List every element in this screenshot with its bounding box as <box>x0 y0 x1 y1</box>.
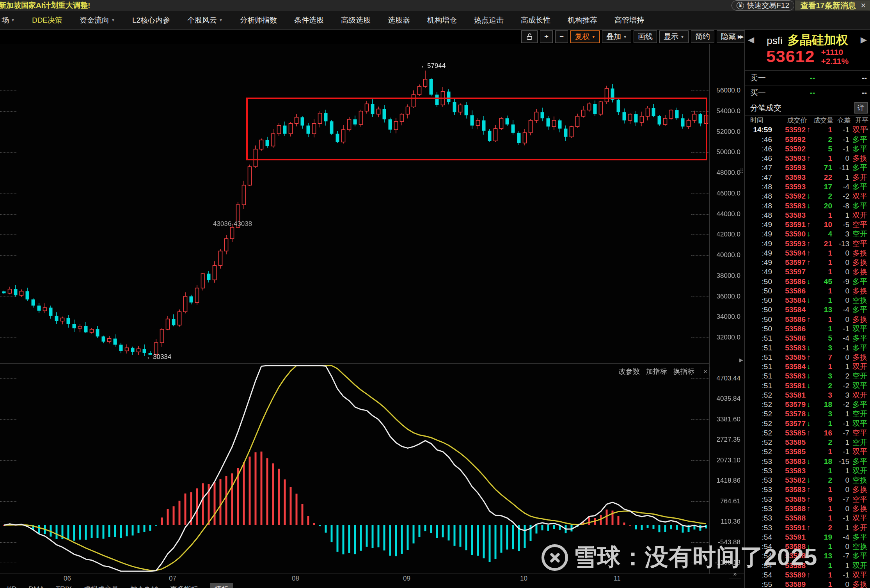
tick-trade-row[interactable]: 14:5953592↑1-1双平 <box>745 125 870 135</box>
trade-openclose-flag: 双平 <box>849 192 867 201</box>
tick-trade-row[interactable]: :5353591↑21多开 <box>745 523 870 532</box>
tick-trade-row[interactable]: :5053586↓45-9多平 <box>745 277 870 286</box>
menu-item-热点追击[interactable]: 热点追击 <box>474 15 504 25</box>
menu-item-条件选股[interactable]: 条件选股 <box>294 15 324 25</box>
tick-trade-row[interactable]: :50535861-1双平 <box>745 324 870 334</box>
tick-trade-row[interactable]: :5153584↓11双开 <box>745 362 870 371</box>
menu-item-DDE决策[interactable]: DDE决策 <box>32 15 62 25</box>
tick-trade-row[interactable]: :5153583↓32空开 <box>745 371 870 381</box>
tick-trade-row[interactable]: :5353583↓18-15多平 <box>745 457 870 466</box>
toolbar-button-简约[interactable]: 简约 <box>691 30 714 43</box>
unlock-button[interactable] <box>521 30 538 43</box>
tab-模板[interactable]: 模板 <box>210 583 233 588</box>
pane-divider[interactable] <box>0 363 709 364</box>
candlestick-canvas[interactable] <box>0 44 709 363</box>
tab-更多指标[interactable]: 更多指标 <box>170 584 198 588</box>
indicator-menu-换指标[interactable]: 换指标 <box>673 367 694 376</box>
menu-item-个股风云[interactable]: 个股风云▼ <box>187 15 223 25</box>
tick-trade-row[interactable]: :52535851-1双平 <box>745 447 870 457</box>
close-icon[interactable]: ✕ <box>861 2 866 10</box>
menu-item-L2核心内参[interactable]: L2核心内参 <box>132 15 170 25</box>
gridline-stub <box>0 91 17 91</box>
news-headline[interactable]: 新加坡国家AI计划重大调整! <box>0 0 90 11</box>
tab-DMA[interactable]: DMA <box>28 585 44 588</box>
tick-trade-row[interactable]: :525358133双开 <box>745 391 870 400</box>
tick-trade-row[interactable]: :4953591↑10-5空平 <box>745 220 870 229</box>
menu-item-资金流向[interactable]: 资金流向▼ <box>80 15 115 25</box>
indicator-axis-label: 3381.60 <box>711 416 740 423</box>
tick-trade-row[interactable]: :5253585↑16-7空平 <box>745 428 870 438</box>
tab-KD[interactable]: KD <box>7 585 17 588</box>
panel-collapse-handle[interactable]: ▶ <box>739 357 743 363</box>
toolbar-button-+[interactable]: + <box>540 30 553 43</box>
notification-text[interactable]: 查看17条新消息 <box>801 0 856 11</box>
menu-item-场[interactable]: 场▼ <box>2 15 15 25</box>
price-axis-label: 32000.0 <box>711 334 740 341</box>
tick-trade-row[interactable]: :4953593↑21-13空平 <box>745 239 870 248</box>
column-header: 成交价 <box>774 116 807 125</box>
tick-trade-row[interactable]: :505358610多换 <box>745 286 870 296</box>
menu-item-机构推荐[interactable]: 机构推荐 <box>568 15 597 25</box>
tick-trade-row[interactable]: :5353583↑10多换 <box>745 485 870 494</box>
tick-trade-row[interactable]: :5353582↓20空换 <box>745 476 870 485</box>
tab-TRIX[interactable]: TRIX <box>56 585 72 588</box>
tick-trade-row[interactable]: :5353585↑9-7空平 <box>745 495 870 504</box>
toolbar-button-显示[interactable]: 显示▼ <box>659 30 689 43</box>
tab-神奇九转[interactable]: 神奇九转 <box>130 584 158 588</box>
detail-button[interactable]: 详 <box>854 102 868 114</box>
menu-item-高级选股[interactable]: 高级选股 <box>341 15 371 25</box>
tick-trade-row[interactable]: :4953597↑10多换 <box>745 258 870 267</box>
close-icon[interactable]: ✕ <box>701 367 710 376</box>
tick-trade-row[interactable]: :495359710多换 <box>745 267 870 277</box>
trade-openclose-flag: 多平 <box>849 533 867 542</box>
trade-volume: 13 <box>812 305 832 314</box>
notification-banner[interactable]: 查看17条新消息 ✕ <box>795 0 870 11</box>
toolbar-button-复权[interactable]: 复权▼ <box>570 30 600 43</box>
scroll-up-icon[interactable]: ▲ <box>865 126 869 131</box>
tab-虚拟成交量[interactable]: 虚拟成交量 <box>83 584 119 588</box>
menu-item-选股器[interactable]: 选股器 <box>388 15 410 25</box>
toolbar-button-−[interactable]: − <box>555 30 568 43</box>
tick-trade-row[interactable]: :5353588↑10多换 <box>745 504 870 513</box>
tick-trade-row[interactable]: :5153585↑70多换 <box>745 353 870 362</box>
menu-item-高成长性[interactable]: 高成长性 <box>521 15 550 25</box>
toolbar-button-叠加[interactable]: 叠加▼ <box>602 30 631 43</box>
trade-oi-change: 0 <box>832 504 849 513</box>
tick-trade-row[interactable]: :51535865-4多平 <box>745 334 870 343</box>
tick-trade-row[interactable]: :5253577↓1-1双平 <box>745 419 870 428</box>
menu-item-高管增持[interactable]: 高管增持 <box>614 15 644 25</box>
menu-item-机构增仓[interactable]: 机构增仓 <box>427 15 457 25</box>
tick-trade-row[interactable]: :5053584↓10空换 <box>745 296 870 305</box>
tick-trade-row[interactable]: :46535925-1多平 <box>745 144 870 154</box>
tick-trade-row[interactable]: :555358910多换 <box>745 580 870 588</box>
tick-trade-row[interactable]: :485359317-4多平 <box>745 182 870 192</box>
tick-trade-row[interactable]: :46535922-1多平 <box>745 135 870 144</box>
tick-trade-row[interactable]: :4853583↓20-8多平 <box>745 201 870 210</box>
tick-trade-row[interactable]: :5153581↓2-2双平 <box>745 381 870 390</box>
tick-trade-row[interactable]: :5253578↓31空开 <box>745 409 870 419</box>
trade-openclose-flag: 空换 <box>849 296 867 305</box>
tick-trade-row[interactable]: :4853592↓2-2双平 <box>745 192 870 201</box>
tick-trade-row[interactable]: :5253579↓18-2多平 <box>745 400 870 409</box>
menu-item-分析师指数[interactable]: 分析师指数 <box>240 15 277 25</box>
trade-oi-change: -11 <box>832 163 849 172</box>
tick-trade-row[interactable]: :5053586↑10多换 <box>745 315 870 324</box>
tick-trade-row[interactable]: :535358311双开 <box>745 466 870 476</box>
tick-trade-row[interactable]: :4953594↑10多换 <box>745 249 870 258</box>
tick-trade-row[interactable]: :545359119-4多平 <box>745 533 870 542</box>
tick-trade-row[interactable]: :4953590↓43空开 <box>745 229 870 239</box>
yen-flash-pill[interactable]: ¥快速交易F12 <box>732 0 794 11</box>
tick-trade-row[interactable]: :53535881-1双平 <box>745 513 870 523</box>
tick-trade-row[interactable]: :4753593221多开 <box>745 173 870 182</box>
toolbar-button-隐藏[interactable]: 隐藏▶▶ <box>717 30 747 43</box>
indicator-menu-改参数[interactable]: 改参数 <box>619 367 640 376</box>
tick-trade-row[interactable]: :505358413-4多平 <box>745 305 870 314</box>
tick-trade-row[interactable]: :525358521空开 <box>745 438 870 447</box>
tick-trade-row[interactable]: :4653593↑10多换 <box>745 154 870 163</box>
tick-trade-row[interactable]: :5153583↓3-1多平 <box>745 343 870 352</box>
tick-trade-row[interactable]: :485358311双开 <box>745 211 870 220</box>
trade-oi-change: 2 <box>832 371 849 381</box>
indicator-menu-加指标[interactable]: 加指标 <box>646 367 667 376</box>
toolbar-button-画线[interactable]: 画线 <box>634 30 657 43</box>
tick-trade-row[interactable]: :475359371-11多平 <box>745 163 870 172</box>
